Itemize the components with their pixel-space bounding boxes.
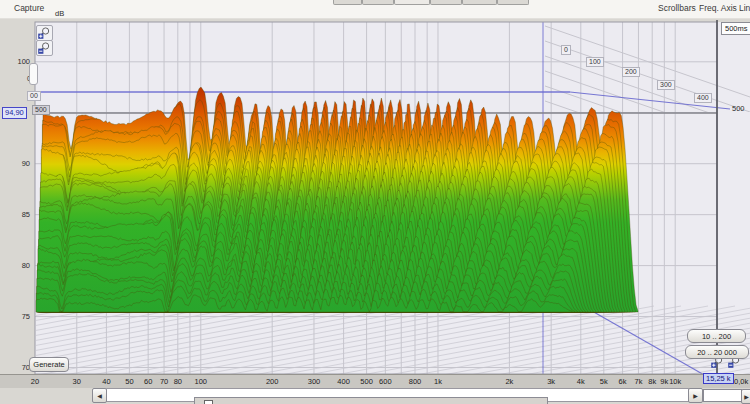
time-tick-label: 0 [561, 45, 571, 55]
y-zoom-slider[interactable] [29, 63, 38, 85]
x-tick-label: 600 [379, 377, 392, 386]
checkbox-icon[interactable] [204, 400, 213, 404]
y-tick-label: 85 [12, 210, 30, 219]
x-tick-label: 10k [669, 377, 681, 386]
x-tick-label: 7k [634, 377, 642, 386]
y-tick-label: 75 [12, 312, 30, 321]
x-tick-label: 100 [195, 377, 208, 386]
frequency-axis-strip[interactable]: 203040506070801002003004005006008001k2k3… [0, 374, 750, 388]
zoom-in-y-icon[interactable] [36, 25, 53, 41]
x-tick-label: 30 [73, 377, 81, 386]
x-tick-label: 8k [648, 377, 656, 386]
field-arrow-button[interactable]: ▶ [741, 389, 750, 404]
time-tick-label: 200 [622, 67, 640, 77]
time-label-500-end: 500 [732, 104, 745, 113]
y-tick-label: 80 [12, 261, 30, 270]
y-tick-label: 100 [12, 57, 30, 66]
range-20-20000-button[interactable]: 20 .. 20 000 [685, 345, 749, 359]
x-tick-label: 1k [434, 377, 442, 386]
scroll-left-arrow[interactable]: ◀ [92, 388, 107, 403]
generate-button[interactable]: Generate [29, 357, 69, 372]
x-tick-label: 9k [660, 377, 668, 386]
time-label-left-partial: 00 [27, 91, 41, 101]
background-window-fragment[interactable] [194, 397, 548, 404]
time-tick-label: 300 [657, 80, 675, 90]
x-tick-label: 4k [577, 377, 585, 386]
capture-window: Capture Scrollbars Freq. Axis Lin dB 100… [0, 0, 750, 404]
x-tick-label: 2k [505, 377, 513, 386]
waterfall-plot[interactable] [0, 0, 750, 404]
time-tick-label: 100 [586, 57, 604, 67]
y-tick-label: 90 [12, 159, 30, 168]
range-10-200-button[interactable]: 10 .. 200 [687, 329, 746, 343]
y-tick-label: 70 [12, 363, 30, 372]
freq-cursor-readout[interactable]: 15,25 k [703, 373, 734, 384]
scroll-right-arrow[interactable]: ▶ [688, 388, 703, 403]
x-tick-label: 20 [31, 377, 39, 386]
x-tick-label: 80 [174, 377, 182, 386]
x-tick-label: 3k [547, 377, 555, 386]
value-field[interactable] [703, 389, 742, 402]
x-tick-label: 300 [308, 377, 321, 386]
x-tick-label: 800 [409, 377, 422, 386]
x-tick-label: 500 [360, 377, 373, 386]
x-tick-label: 70 [160, 377, 168, 386]
zoom-out-y-icon[interactable] [36, 40, 53, 56]
x-tick-label: 5k [600, 377, 608, 386]
db-axis-label: dB [55, 9, 64, 18]
x-tick-label: 6k [619, 377, 627, 386]
time-label-left-500: 500 [32, 105, 50, 115]
x-tick-label: 60 [144, 377, 152, 386]
time-tick-label: 400 [694, 93, 712, 103]
x-tick-label: 40 [102, 377, 110, 386]
db-cursor-readout[interactable]: 94,90 [2, 107, 27, 119]
window-length-badge[interactable]: 500ms [721, 22, 750, 35]
x-tick-label: 50 [125, 377, 133, 386]
x-tick-label: 400 [337, 377, 350, 386]
x-tick-label: 200 [266, 377, 279, 386]
